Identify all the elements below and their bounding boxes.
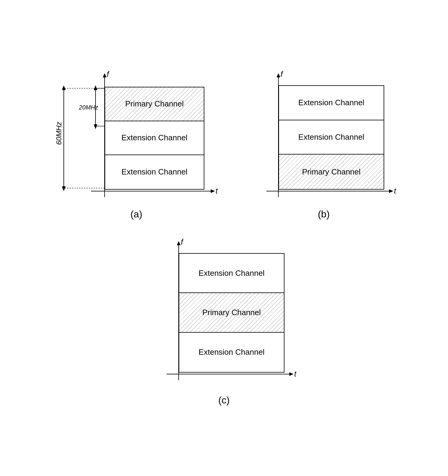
svg-marker-7 xyxy=(62,85,66,90)
extension-channel-b-2: Extension Channel xyxy=(279,120,384,155)
svg-marker-28 xyxy=(289,372,294,376)
svg-text:20MHz: 20MHz xyxy=(79,104,98,111)
extension-channel-c-2: Extension Channel xyxy=(179,333,284,372)
diagram-b-channels: Extension Channel Extension Channel Prim… xyxy=(278,85,384,190)
svg-text:t: t xyxy=(394,186,396,195)
diagrams-grid: f t 60MHz xyxy=(12,70,436,406)
svg-marker-19 xyxy=(277,73,280,77)
primary-channel-c: Primary Channel xyxy=(179,293,284,332)
svg-text:f: f xyxy=(281,70,284,79)
diagram-b-label: (b) xyxy=(318,209,330,220)
svg-text:t: t xyxy=(294,369,297,378)
extension-channel-a-2: Extension Channel xyxy=(105,155,204,189)
svg-text:f: f xyxy=(107,70,110,79)
diagram-a-channels: Primary Channel Extension Channel Extens… xyxy=(105,87,204,190)
svg-marker-13 xyxy=(94,85,97,90)
svg-marker-25 xyxy=(177,241,180,245)
svg-marker-8 xyxy=(62,186,66,191)
diagram-a-label: (a) xyxy=(130,209,142,220)
diagram-b-channel-container: Extension Channel Extension Channel Prim… xyxy=(278,85,384,190)
diagram-b-wrapper: f t Extension Channel Extension Channel xyxy=(251,70,396,220)
top-row: f t 60MHz xyxy=(12,70,436,220)
svg-text:t: t xyxy=(216,186,218,195)
diagram-c-channel-container: Extension Channel Primary Channel Extens… xyxy=(179,253,284,373)
extension-channel-b-1: Extension Channel xyxy=(279,86,384,120)
svg-marker-14 xyxy=(94,124,97,129)
extension-channel-a-1: Extension Channel xyxy=(105,121,204,155)
diagram-c-wrapper: f t Extension Channel Primary Channel xyxy=(151,238,297,406)
diagram-b-container: f t Extension Channel Extension Channel xyxy=(251,70,396,203)
svg-marker-1 xyxy=(103,73,106,77)
bottom-row: f t Extension Channel Primary Channel xyxy=(151,238,297,406)
diagram-a-channel-container: Primary Channel Extension Channel Extens… xyxy=(105,87,204,190)
extension-channel-c-1: Extension Channel xyxy=(179,254,284,293)
svg-text:f: f xyxy=(181,238,184,246)
diagram-a-wrapper: f t 60MHz xyxy=(52,70,221,220)
svg-text:60MHz: 60MHz xyxy=(55,122,63,145)
diagram-a-container: f t 60MHz xyxy=(52,70,221,203)
diagram-c-container: f t Extension Channel Primary Channel xyxy=(151,238,297,389)
diagram-c-label: (c) xyxy=(218,395,229,406)
primary-channel-b: Primary Channel xyxy=(279,155,384,189)
svg-marker-4 xyxy=(211,189,215,193)
primary-channel-a: Primary Channel xyxy=(105,87,204,121)
diagram-c-channels: Extension Channel Primary Channel Extens… xyxy=(179,253,284,373)
svg-marker-22 xyxy=(389,189,393,193)
